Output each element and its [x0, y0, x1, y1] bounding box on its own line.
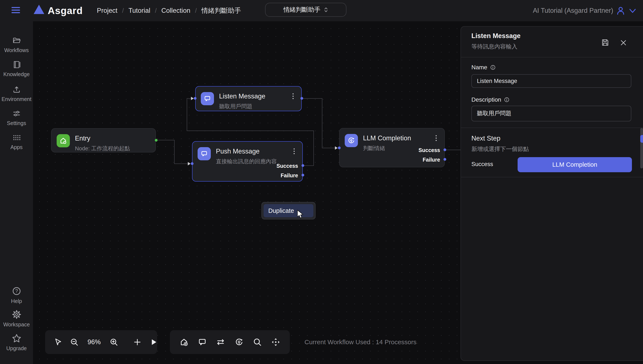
switch-node-tool-icon[interactable]: [216, 338, 225, 347]
folder-icon: [12, 36, 21, 45]
breadcrumb-project[interactable]: Project: [97, 7, 117, 14]
close-icon[interactable]: [619, 39, 627, 47]
output-success-label: Success: [418, 147, 440, 153]
node-push-message[interactable]: Push Message 直接輸出訊息的回應內容 Success Failure: [192, 141, 303, 182]
search-icon[interactable]: [253, 338, 262, 347]
port-listen-output[interactable]: [300, 97, 303, 100]
node-entry[interactable]: Entry Node: 工作流程的起點: [51, 128, 156, 152]
node-menu-kebab-icon[interactable]: [291, 148, 297, 156]
node-title: Push Message: [216, 148, 277, 155]
edge-listen-to-llm: [322, 148, 335, 148]
sidebar-item-workspace[interactable]: Workspace: [0, 310, 33, 328]
brand-title: Asgard: [48, 5, 83, 16]
edge-push-success-to-listen: [313, 130, 314, 166]
node-listen-message[interactable]: Listen Message 聽取用戶問題: [195, 86, 302, 111]
node-menu-kebab-icon[interactable]: [290, 92, 296, 101]
next-step-node-button[interactable]: LLM Completion: [518, 157, 632, 172]
sidebar-item-label: Apps: [0, 144, 33, 150]
node-menu-kebab-icon[interactable]: [433, 134, 439, 143]
port-entry-output[interactable]: [155, 139, 157, 142]
llm-node-tool-icon[interactable]: [235, 338, 244, 347]
node-llm-completion[interactable]: LLM Completion 判斷情緒 Success Failure: [339, 128, 445, 167]
node-title: Entry: [75, 134, 130, 142]
sidebar-item-workflows[interactable]: Workflows: [0, 36, 33, 53]
run-workflow-icon[interactable]: [149, 338, 158, 346]
help-circle-icon: ?: [12, 286, 22, 296]
select-tool-icon[interactable]: [54, 338, 63, 346]
fit-view-icon[interactable]: [271, 338, 280, 347]
sidebar-item-settings[interactable]: Settings: [0, 109, 33, 126]
next-step-title: Next Step: [471, 134, 500, 142]
save-icon[interactable]: [601, 38, 609, 47]
add-icon[interactable]: [133, 338, 142, 346]
message-node-icon: [197, 147, 211, 160]
port-llm-input[interactable]: [338, 146, 341, 149]
node-title: Listen Message: [219, 92, 265, 100]
context-menu: Duplicate: [262, 202, 316, 220]
next-step-success-label: Success: [471, 161, 493, 168]
mouse-cursor-icon: [297, 210, 305, 220]
account-chevron-down-icon[interactable]: [628, 8, 636, 14]
star-icon: [12, 334, 22, 343]
node-subtitle: 聽取用戶問題: [219, 103, 265, 110]
name-label-text: Name: [471, 64, 487, 71]
message-node-icon: [201, 92, 214, 105]
user-avatar-icon[interactable]: [616, 6, 625, 16]
zoom-out-icon[interactable]: [70, 338, 79, 346]
port-llm-failure[interactable]: [444, 158, 446, 161]
menu-icon[interactable]: [12, 7, 20, 14]
svg-text:?: ?: [15, 288, 18, 294]
canvas-toolbar: 96%: [45, 330, 157, 354]
sliders-icon: [12, 109, 21, 118]
panel-divider: [461, 128, 643, 128]
name-input[interactable]: [471, 74, 631, 88]
edge-listen-to-llm: [322, 98, 322, 148]
breadcrumb-separator: /: [155, 7, 157, 14]
panel-scrollbar-thumb[interactable]: [640, 128, 643, 168]
sidebar-item-label: Environment: [0, 96, 33, 102]
edge-entry-to-push: [174, 140, 175, 164]
sidebar-item-help[interactable]: ? Help: [0, 286, 33, 304]
sidebar-item-label: Workflows: [0, 47, 33, 53]
upload-icon: [12, 85, 21, 94]
breadcrumb-workflow[interactable]: 情緒判斷助手: [201, 6, 241, 15]
info-icon[interactable]: [504, 97, 510, 103]
node-subtitle: Node: 工作流程的起點: [75, 145, 130, 152]
node-subtitle: 判斷情緒: [363, 144, 411, 152]
zoom-in-icon[interactable]: [109, 338, 118, 346]
breadcrumb-tutorial[interactable]: Tutorial: [129, 7, 150, 14]
panel-divider: [461, 57, 643, 58]
breadcrumb-collection[interactable]: Collection: [161, 7, 190, 14]
description-input[interactable]: 聽取用戶問題: [471, 106, 631, 122]
sidebar-item-label: Help: [0, 298, 33, 304]
edge-arrowhead: [335, 146, 338, 150]
panel-edge-handle[interactable]: [640, 135, 643, 143]
output-success-label: Success: [277, 163, 298, 169]
sidebar-item-knowledge[interactable]: Knowledge: [0, 60, 33, 78]
port-listen-input[interactable]: [194, 97, 196, 100]
sidebar-item-upgrade[interactable]: Upgrade: [0, 334, 33, 352]
edge-push-success-to-listen: [187, 130, 314, 131]
port-llm-success[interactable]: [444, 148, 446, 151]
name-field-label: Name: [471, 64, 496, 71]
edge-entry-to-push: [156, 140, 174, 140]
node-subtitle: 直接輸出訊息的回應內容: [216, 158, 277, 165]
port-push-input[interactable]: [191, 162, 193, 165]
asgard-logo-icon: [34, 5, 44, 14]
port-push-success[interactable]: [302, 164, 304, 167]
node-title: LLM Completion: [363, 134, 411, 142]
info-icon[interactable]: [490, 64, 496, 70]
description-field-label: Description: [471, 96, 510, 103]
workflow-selector[interactable]: 情緒判斷助手: [265, 3, 346, 17]
zoom-level: 96%: [86, 338, 102, 346]
edge-entry-to-push: [174, 164, 188, 164]
panel-title: Listen Message: [471, 32, 521, 40]
sidebar-item-apps[interactable]: Apps: [0, 133, 33, 150]
entry-node-tool-icon[interactable]: [179, 338, 189, 347]
workflow-selector-value: 情緒判斷助手: [283, 6, 320, 14]
port-push-failure[interactable]: [302, 174, 304, 176]
message-node-tool-icon[interactable]: [197, 338, 207, 347]
context-menu-item-duplicate[interactable]: Duplicate: [264, 204, 313, 217]
gear-icon: [12, 310, 22, 319]
sidebar-item-environment[interactable]: Environment: [0, 85, 33, 102]
